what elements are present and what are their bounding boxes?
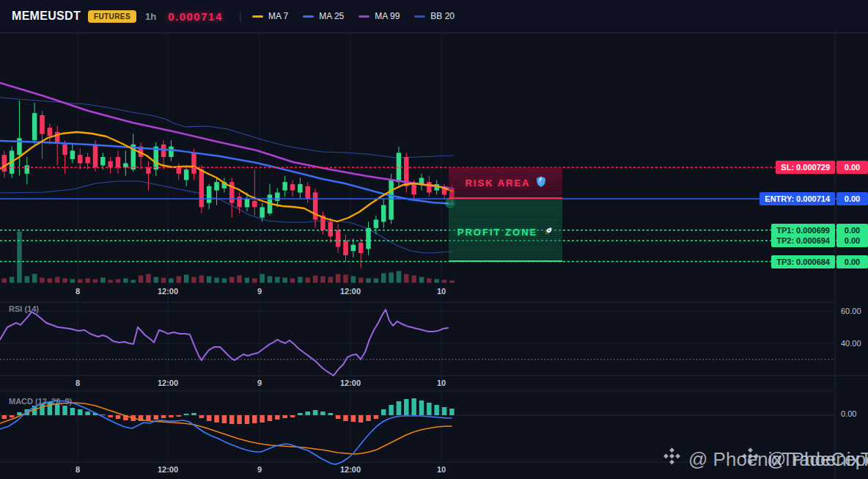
symbol-title: MEMEUSDT xyxy=(12,10,81,23)
volume-bar xyxy=(366,279,371,283)
time-label[interactable]: 8 xyxy=(76,465,80,474)
time-label[interactable]: 12:00 xyxy=(340,287,361,296)
entry-price-label-row[interactable]: ENTRY: 0.0007140.00 xyxy=(0,192,868,205)
candle xyxy=(40,111,45,159)
macd-histogram-bar xyxy=(351,415,356,422)
volume-bar xyxy=(298,277,303,283)
legend-color-dash xyxy=(414,15,425,18)
rsi-60-axis-label: 60.00 xyxy=(841,307,861,315)
sl-price-label[interactable]: SL: 0.000729 xyxy=(776,161,835,174)
toolbar-divider: | xyxy=(239,10,242,23)
volume-bar xyxy=(260,274,265,283)
entry-price-label[interactable]: ENTRY: 0.000714 xyxy=(760,192,835,205)
macd-histogram-bar xyxy=(442,407,447,415)
legend-label: MA 7 xyxy=(268,11,288,21)
macd-panel-title[interactable]: MACD (12, 26, 9) xyxy=(9,397,72,406)
volume-bar xyxy=(434,279,439,283)
tp3-price-label-row[interactable]: TP3: 0.0006840.00 xyxy=(0,255,868,268)
volume-bar xyxy=(139,276,144,283)
candle-body xyxy=(298,184,303,192)
time-label[interactable]: 10 xyxy=(437,287,446,296)
time-label[interactable]: 10 xyxy=(437,465,446,474)
volume-bar xyxy=(268,277,273,283)
volume-bar xyxy=(397,271,402,283)
volume-bar xyxy=(146,274,151,283)
volume-bar xyxy=(123,279,128,283)
rsi-panel-title[interactable]: RSI (14) xyxy=(9,304,39,313)
macd-histogram-bar xyxy=(62,406,67,415)
candle-body xyxy=(290,184,295,191)
candle xyxy=(222,178,227,193)
volume-bar xyxy=(427,279,432,283)
volume-bar xyxy=(419,277,424,283)
chart-toolbar: MEMEUSDT FUTURES 1h 0.000714 | MA 7MA 25… xyxy=(0,0,868,33)
macd-histogram-bar xyxy=(154,415,159,420)
macd-histogram-bar xyxy=(70,408,76,415)
time-label[interactable]: 10 xyxy=(437,379,446,387)
candle-body xyxy=(427,182,432,192)
candle-body xyxy=(32,113,37,140)
macd-histogram-bar xyxy=(237,415,242,424)
macd-histogram-bar xyxy=(434,405,439,415)
macd-histogram-bar xyxy=(78,409,83,415)
time-label[interactable]: 8 xyxy=(76,287,80,296)
macd-histogram-bar xyxy=(306,412,311,415)
macd-histogram-bar xyxy=(2,415,7,419)
legend-item-ma25[interactable]: MA 25 xyxy=(303,11,344,21)
time-label[interactable]: 12:00 xyxy=(158,465,178,474)
volume-bar xyxy=(78,279,83,283)
futures-badge[interactable]: FUTURES xyxy=(88,10,136,23)
tp2-price-label[interactable]: TP2: 0.000694 xyxy=(771,234,835,247)
macd-histogram-bar xyxy=(275,415,280,420)
time-label[interactable]: 9 xyxy=(257,465,262,474)
macd-histogram-bar xyxy=(381,409,386,415)
volume-bar xyxy=(48,279,53,283)
volume-bar xyxy=(154,277,159,283)
indicator-legend: MA 7MA 25MA 99BB 20 xyxy=(252,11,455,21)
rsi-line xyxy=(0,310,448,376)
time-label[interactable]: 9 xyxy=(257,379,262,387)
macd-histogram-bar xyxy=(245,415,250,424)
candle-body xyxy=(55,132,60,142)
time-label[interactable]: 12:00 xyxy=(158,379,178,387)
legend-item-bb20[interactable]: BB 20 xyxy=(414,11,455,21)
timeframe-selector[interactable]: 1h xyxy=(145,11,156,22)
time-label[interactable]: 12:00 xyxy=(340,465,361,474)
volume-bar xyxy=(336,274,341,283)
candle-body xyxy=(214,182,219,190)
macd-histogram-bar xyxy=(85,412,90,415)
volume-bar xyxy=(449,281,455,283)
legend-label: MA 25 xyxy=(319,11,344,21)
volume-bar xyxy=(328,277,334,283)
tp2-price-label-row[interactable]: TP2: 0.0006940.00 xyxy=(0,234,868,247)
time-label[interactable]: 8 xyxy=(76,379,80,387)
macd-histogram-bar xyxy=(252,415,257,423)
legend-item-ma99[interactable]: MA 99 xyxy=(358,11,400,21)
macd-histogram-bar xyxy=(222,415,227,423)
rsi-40-axis-label: 40.00 xyxy=(841,339,861,348)
macd-histogram-bar xyxy=(177,415,182,417)
candle-body xyxy=(161,145,166,157)
time-label[interactable]: 12:00 xyxy=(340,379,361,387)
macd-histogram-bar xyxy=(427,403,432,415)
sl-price-label-row[interactable]: SL: 0.0007290.00 xyxy=(0,161,868,174)
volume-bar xyxy=(275,277,280,283)
volume-bar xyxy=(282,278,287,283)
legend-item-ma7[interactable]: MA 7 xyxy=(252,11,288,21)
macd-histogram-bar xyxy=(389,405,394,415)
candle xyxy=(48,123,53,145)
volume-bar xyxy=(222,279,227,283)
macd-histogram-bar xyxy=(146,415,151,420)
volume-bar xyxy=(130,280,136,283)
macd-histogram-bar xyxy=(260,415,265,423)
time-label[interactable]: 12:00 xyxy=(158,287,178,296)
volume-bar xyxy=(442,280,447,283)
volume-bar xyxy=(306,278,311,283)
macd-histogram-bar xyxy=(116,415,121,419)
bb-upper-band xyxy=(0,98,453,158)
macd-histogram-bar xyxy=(108,415,113,417)
time-label[interactable]: 9 xyxy=(257,287,262,296)
legend-color-dash xyxy=(358,15,369,18)
volume-bar xyxy=(411,276,416,283)
tp3-price-label[interactable]: TP3: 0.000684 xyxy=(771,255,835,268)
